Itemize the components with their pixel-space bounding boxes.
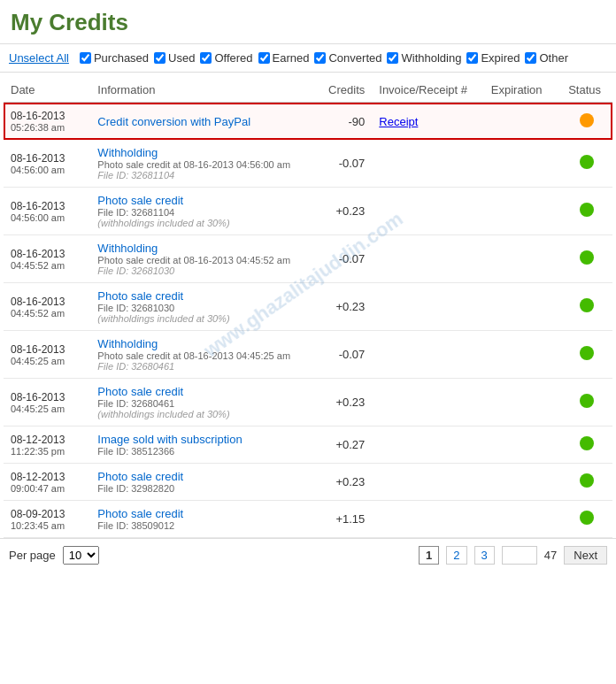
info-note: File ID: 32681030 xyxy=(97,265,309,276)
status-dot xyxy=(580,511,594,525)
filter-used-checkbox[interactable] xyxy=(154,52,166,64)
info-cell: Photo sale creditFile ID: 32681030(withh… xyxy=(90,283,316,331)
status-dot xyxy=(580,250,594,265)
info-sub: File ID: 38512366 xyxy=(97,446,309,457)
last-page: 47 xyxy=(544,549,557,562)
expiration-cell xyxy=(484,188,561,235)
invoice-cell xyxy=(372,427,483,464)
info-title[interactable]: Photo sale credit xyxy=(97,385,183,398)
credits-cell: +0.23 xyxy=(317,283,373,331)
filter-offered[interactable]: Offered xyxy=(200,51,252,65)
status-cell xyxy=(561,283,612,331)
filter-expired-checkbox[interactable] xyxy=(466,52,478,64)
info-title[interactable]: Credit conversion with PayPal xyxy=(97,115,250,128)
date-cell: 08-16-201304:45:25 am xyxy=(4,379,90,427)
filter-other[interactable]: Other xyxy=(525,51,568,65)
status-cell xyxy=(561,235,612,283)
info-note: File ID: 32680461 xyxy=(97,361,309,372)
table-row: 08-16-201304:45:25 amWithholdingPhoto sa… xyxy=(4,331,612,379)
filter-expired[interactable]: Expired xyxy=(466,51,520,65)
table-row: 08-09-201310:23:45 amPhoto sale creditFi… xyxy=(4,501,612,538)
table-row: 08-16-201305:26:38 amCredit conversion w… xyxy=(4,103,612,140)
expiration-cell xyxy=(484,379,561,427)
info-title[interactable]: Photo sale credit xyxy=(97,470,183,483)
filter-purchased-checkbox[interactable] xyxy=(80,52,91,64)
status-dot xyxy=(580,346,594,360)
filter-converted[interactable]: Converted xyxy=(314,51,381,65)
per-page-select[interactable]: 102550 xyxy=(63,546,99,565)
invoice-cell xyxy=(372,331,483,379)
date-cell: 08-12-201309:00:47 am xyxy=(4,464,90,501)
info-sub: Photo sale credit at 08-16-2013 04:45:52… xyxy=(97,255,309,265)
info-title[interactable]: Image sold with subscription xyxy=(97,433,242,446)
status-dot xyxy=(580,473,594,488)
credits-table: Date Information Credits Invoice/Receipt… xyxy=(4,78,612,538)
page-2-button[interactable]: 2 xyxy=(446,546,466,565)
filter-withholding-checkbox[interactable] xyxy=(387,52,398,64)
info-note: File ID: 32681104 xyxy=(97,170,309,181)
status-cell xyxy=(561,331,612,379)
page-1-button[interactable]: 1 xyxy=(419,546,439,565)
info-sub: File ID: 32681030 xyxy=(97,303,309,313)
credits-cell: +1.15 xyxy=(317,501,373,538)
status-dot xyxy=(580,113,594,127)
col-invoice: Invoice/Receipt # xyxy=(372,78,483,103)
filter-used[interactable]: Used xyxy=(154,51,195,65)
col-expiration: Expiration xyxy=(484,78,561,103)
filter-withholding[interactable]: Withholding xyxy=(387,51,461,65)
date-cell: 08-16-201304:45:52 am xyxy=(4,283,90,331)
info-sub: File ID: 38509012 xyxy=(97,520,309,531)
info-title[interactable]: Photo sale credit xyxy=(97,507,183,520)
info-title[interactable]: Photo sale credit xyxy=(97,289,183,303)
filter-converted-checkbox[interactable] xyxy=(314,52,326,64)
date-cell: 08-16-201304:56:00 am xyxy=(4,188,90,235)
info-cell: Photo sale creditFile ID: 32982820 xyxy=(90,464,316,501)
filter-earned-checkbox[interactable] xyxy=(258,52,270,64)
next-button[interactable]: Next xyxy=(564,546,607,565)
invoice-link[interactable]: Receipt xyxy=(379,115,418,128)
info-cell: Photo sale creditFile ID: 38509012 xyxy=(90,501,316,538)
filter-other-checkbox[interactable] xyxy=(525,52,536,64)
info-note: (withholdings included at 30%) xyxy=(97,218,309,228)
credits-cell: -0.07 xyxy=(317,235,373,283)
date-cell: 08-16-201304:45:25 am xyxy=(4,331,90,379)
status-dot xyxy=(580,394,594,408)
info-title[interactable]: Withholding xyxy=(97,242,158,255)
expiration-cell xyxy=(484,464,561,501)
info-cell: Image sold with subscriptionFile ID: 385… xyxy=(90,427,316,464)
filter-earned[interactable]: Earned xyxy=(258,51,310,65)
expiration-cell xyxy=(484,283,561,331)
table-header-row: Date Information Credits Invoice/Receipt… xyxy=(4,78,612,103)
pagination-bar: Per page 102550 1 2 3 47 Next xyxy=(0,538,616,572)
invoice-cell xyxy=(372,140,483,188)
info-cell: Photo sale creditFile ID: 32681104(withh… xyxy=(90,188,316,235)
expiration-cell xyxy=(484,331,561,379)
info-title[interactable]: Photo sale credit xyxy=(97,194,183,207)
page-title: My Credits xyxy=(0,0,616,43)
date-cell: 08-09-201310:23:45 am xyxy=(4,501,90,538)
date-cell: 08-16-201304:56:00 am xyxy=(4,140,90,188)
page-3-button[interactable]: 3 xyxy=(474,546,495,565)
info-title[interactable]: Withholding xyxy=(97,146,158,159)
col-credits: Credits xyxy=(317,78,373,103)
info-sub: Photo sale credit at 08-16-2013 04:56:00… xyxy=(97,159,309,170)
info-title[interactable]: Withholding xyxy=(97,337,158,350)
info-cell: Credit conversion with PayPal xyxy=(90,103,316,140)
invoice-cell[interactable]: Receipt xyxy=(372,103,483,140)
status-cell xyxy=(561,379,612,427)
expiration-cell xyxy=(484,427,561,464)
unselect-all-button[interactable]: Unselect All xyxy=(9,51,69,65)
filter-offered-checkbox[interactable] xyxy=(200,52,212,64)
credits-cell: -90 xyxy=(317,103,373,140)
credits-cell: +0.23 xyxy=(317,464,373,501)
status-cell xyxy=(561,103,612,140)
info-sub: File ID: 32982820 xyxy=(97,483,309,494)
filter-purchased[interactable]: Purchased xyxy=(80,51,149,65)
info-note: (withholdings included at 30%) xyxy=(97,409,309,419)
page-input[interactable] xyxy=(502,546,537,565)
date-cell: 08-12-201311:22:35 pm xyxy=(4,427,90,464)
expiration-cell xyxy=(484,140,561,188)
credits-cell: +0.23 xyxy=(317,379,373,427)
status-dot xyxy=(580,436,594,450)
date-cell: 08-16-201305:26:38 am xyxy=(4,103,90,140)
